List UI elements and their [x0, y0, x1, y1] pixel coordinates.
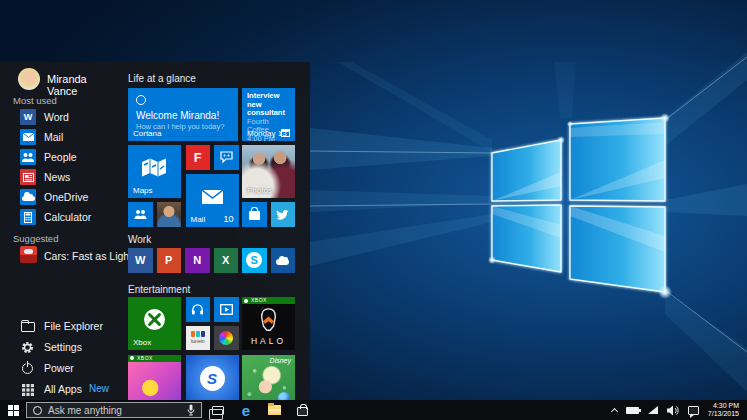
- network-icon[interactable]: [648, 406, 658, 414]
- system-tray: 4:30 PM 7/13/2015: [612, 400, 747, 420]
- xbox-sphere-icon: [144, 309, 165, 330]
- microphone-icon[interactable]: [187, 404, 195, 416]
- task-view-icon: [212, 406, 224, 415]
- group-header-entertainment: Entertainment: [128, 284, 190, 295]
- frozen-ball-icon: [278, 392, 290, 401]
- battery-icon[interactable]: [626, 407, 639, 414]
- halo-wordmark: HALO: [242, 336, 295, 346]
- tile-groove-music[interactable]: [186, 297, 211, 322]
- store-button[interactable]: [290, 400, 314, 420]
- headphones-icon: [191, 303, 204, 315]
- tile-skype[interactable]: S: [242, 248, 267, 273]
- clock[interactable]: 4:30 PM 7/13/2015: [708, 402, 741, 418]
- tile-mail[interactable]: Mail 10: [186, 174, 239, 227]
- tile-maps[interactable]: Maps: [128, 145, 181, 198]
- cortana-circle-icon: [33, 406, 42, 415]
- tile-excel[interactable]: X: [214, 248, 239, 273]
- windows-logo-icon: [8, 405, 19, 416]
- calendar-icon: [281, 129, 290, 137]
- tile-tunein[interactable]: tunein: [186, 326, 211, 351]
- chat-bubble-icon: [220, 151, 233, 163]
- people-icon: [134, 209, 147, 219]
- edge-icon: e: [242, 403, 250, 418]
- edge-button[interactable]: e: [234, 400, 258, 420]
- map-icon: [141, 157, 167, 178]
- twitter-bird-icon: [276, 209, 289, 220]
- tile-photos[interactable]: Photos: [242, 145, 295, 198]
- tile-word[interactable]: W: [128, 248, 153, 273]
- disney-logo: Disney: [270, 357, 291, 364]
- color-wheel-icon: [219, 331, 233, 345]
- desktop: Miranda Vance Most used W Word Mail Peop…: [0, 0, 747, 420]
- volume-icon[interactable]: [667, 405, 679, 416]
- flipboard-f-logo: F: [194, 150, 202, 165]
- tray-expand-chevron-icon[interactable]: [611, 407, 618, 414]
- tile-area: Life at a glance Welcome Miranda! How ca…: [0, 62, 310, 400]
- group-header-glance: Life at a glance: [128, 73, 196, 84]
- skype-logo: S: [246, 252, 262, 268]
- taskbar-search[interactable]: [26, 402, 202, 418]
- shopping-bag-icon: [249, 211, 260, 220]
- tile-calendar[interactable]: Interview new consultant Fourth Coffee 4…: [242, 88, 295, 141]
- tile-messaging[interactable]: [214, 145, 239, 170]
- action-center-icon[interactable]: [688, 406, 699, 415]
- clock-time: 4:30 PM: [713, 402, 739, 409]
- halo-helmet-icon: [258, 308, 279, 332]
- cortana-ring-icon: [136, 95, 146, 105]
- xbox-banner: XBOX: [242, 297, 295, 304]
- tile-halo[interactable]: XBOX HALO: [242, 297, 295, 350]
- tile-movies-tv[interactable]: [214, 297, 239, 322]
- tile-onedrive[interactable]: [271, 248, 296, 273]
- tile-people[interactable]: [128, 202, 153, 227]
- tile-cortana[interactable]: Welcome Miranda! How can I help you toda…: [128, 88, 238, 141]
- start-button[interactable]: [0, 400, 26, 420]
- file-explorer-button[interactable]: [262, 400, 286, 420]
- group-header-work: Work: [128, 234, 151, 245]
- tile-minions-game[interactable]: XBOX: [128, 355, 181, 401]
- shazam-logo: S: [200, 366, 225, 391]
- tile-frozen-game[interactable]: Disney: [242, 355, 295, 401]
- tile-onenote[interactable]: N: [185, 248, 210, 273]
- tile-store[interactable]: [242, 202, 267, 227]
- xbox-banner: XBOX: [128, 355, 181, 362]
- envelope-icon: [202, 190, 223, 204]
- store-bag-icon: [297, 407, 308, 416]
- tile-xbox[interactable]: Xbox: [128, 297, 181, 350]
- start-menu: Miranda Vance Most used W Word Mail Peop…: [0, 62, 310, 400]
- tile-flipboard[interactable]: F: [186, 145, 211, 170]
- video-play-icon: [220, 304, 233, 315]
- tile-person-photo[interactable]: [157, 202, 182, 227]
- tile-color-wheel-app[interactable]: [214, 326, 239, 351]
- mail-unread-badge: 10: [223, 214, 233, 224]
- tile-powerpoint[interactable]: P: [157, 248, 182, 273]
- search-input[interactable]: [48, 405, 166, 416]
- tile-twitter[interactable]: [271, 202, 296, 227]
- clock-date: 7/13/2015: [708, 410, 739, 417]
- cloud-icon: [276, 259, 289, 265]
- file-explorer-icon: [268, 405, 281, 415]
- tunein-logo: [191, 331, 205, 337]
- tile-shazam[interactable]: S: [186, 355, 239, 401]
- taskbar: e 4:30 PM 7/13/2015: [0, 400, 747, 420]
- task-view-button[interactable]: [206, 400, 230, 420]
